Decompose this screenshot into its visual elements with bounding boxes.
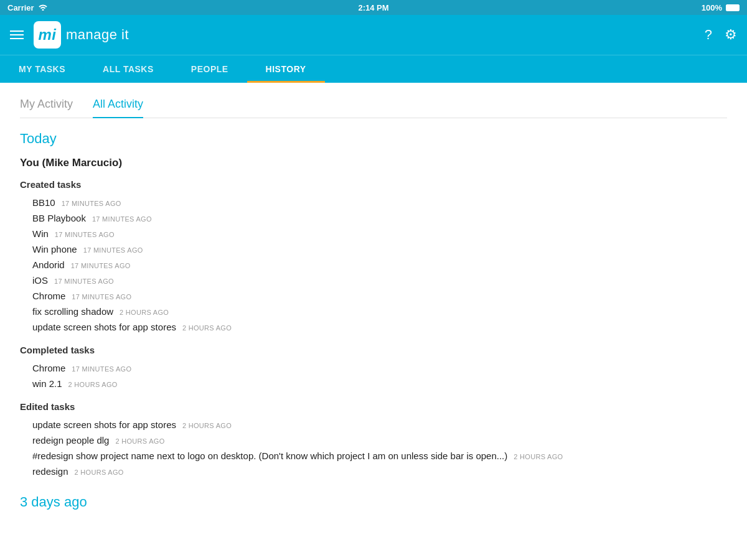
sub-tab-my-activity[interactable]: My Activity (20, 98, 73, 118)
battery-icon (726, 4, 740, 11)
battery-percent: 100% (702, 3, 722, 12)
task-time: 2 HOURS AGO (514, 453, 563, 460)
carrier-info: Carrier (7, 3, 48, 12)
nav-tab-all-tasks[interactable]: ALL TASKS (84, 55, 172, 83)
task-time: 2 HOURS AGO (182, 324, 232, 332)
task-time: 17 MINUTES AGO (72, 293, 131, 301)
group-heading: Completed tasks (20, 345, 727, 355)
header-right: ? ⚙ (705, 27, 737, 43)
task-name: Chrome (32, 291, 65, 301)
task-item[interactable]: Win17 MINUTES AGO (20, 226, 727, 241)
task-time: 2 HOURS AGO (120, 309, 169, 316)
next-section-label: 3 days ago (20, 494, 727, 510)
task-name: fix scrolling shadow (32, 306, 113, 317)
task-name: win 2.1 (32, 378, 62, 389)
help-icon[interactable]: ? (705, 27, 712, 43)
nav-tab-my-tasks[interactable]: MY TASKS (0, 55, 84, 83)
task-name: redeign people dlg (32, 435, 109, 446)
task-name: update screen shots for app stores (32, 322, 176, 332)
menu-button[interactable] (10, 30, 24, 39)
nav-tab-history[interactable]: HISTORY (247, 55, 325, 83)
task-time: 2 HOURS AGO (75, 469, 124, 476)
task-name: Win phone (32, 244, 77, 254)
task-name: Chrome (32, 363, 65, 373)
task-time: 17 MINUTES AGO (71, 262, 131, 269)
task-item[interactable]: redesign2 HOURS AGO (20, 464, 727, 479)
carrier-name: Carrier (7, 3, 34, 12)
app-logo: mi manage it (34, 21, 129, 49)
task-time: 2 HOURS AGO (68, 381, 118, 388)
header-left: mi manage it (10, 21, 129, 49)
task-item[interactable]: Chrome17 MINUTES AGO (20, 288, 727, 304)
task-name: redesign (32, 466, 68, 477)
task-item[interactable]: BB1017 MINUTES AGO (20, 195, 727, 210)
task-name: update screen shots for app stores (32, 419, 176, 430)
task-time: 17 MINUTES AGO (72, 365, 131, 373)
task-time: 17 MINUTES AGO (92, 215, 152, 223)
task-name: BB Playbook (32, 213, 86, 223)
status-bar: Carrier 2:14 PM 100% (0, 0, 747, 15)
task-item[interactable]: #redesign show project name next to logo… (20, 448, 727, 464)
app-header: mi manage it ? ⚙ (0, 15, 747, 55)
task-time: 17 MINUTES AGO (55, 231, 115, 238)
settings-icon[interactable]: ⚙ (725, 27, 737, 43)
logo-text: manage it (66, 27, 129, 43)
task-item[interactable]: Andorid17 MINUTES AGO (20, 257, 727, 273)
logo-mi-text: mi (38, 26, 56, 44)
task-name: iOS (32, 275, 48, 286)
task-item[interactable]: Chrome17 MINUTES AGO (20, 360, 727, 376)
nav-tab-people[interactable]: PEOPLE (172, 55, 247, 83)
task-name: Win (32, 228, 49, 239)
group-heading: Created tasks (20, 179, 727, 190)
task-time: 17 MINUTES AGO (54, 278, 114, 285)
task-item[interactable]: update screen shots for app stores2 HOUR… (20, 319, 727, 335)
task-time: 2 HOURS AGO (182, 422, 232, 429)
groups-container: Created tasksBB1017 MINUTES AGOBB Playbo… (20, 179, 727, 479)
task-item[interactable]: redeign people dlg2 HOURS AGO (20, 432, 727, 448)
nav-tabs: MY TASKS ALL TASKS PEOPLE HISTORY (0, 55, 747, 83)
task-item[interactable]: update screen shots for app stores2 HOUR… (20, 417, 727, 432)
task-time: 2 HOURS AGO (115, 437, 164, 445)
logo-icon: mi (34, 21, 61, 49)
today-section-title: Today (20, 131, 727, 147)
task-item[interactable]: iOS17 MINUTES AGO (20, 273, 727, 288)
status-time: 2:14 PM (358, 3, 388, 12)
task-name: Andorid (32, 259, 65, 270)
group-heading: Edited tasks (20, 401, 727, 412)
task-name: BB10 (32, 197, 55, 208)
wifi-icon (38, 3, 48, 12)
task-item[interactable]: BB Playbook17 MINUTES AGO (20, 210, 727, 226)
sub-tabs: My Activity All Activity (20, 98, 727, 118)
user-heading: You (Mike Marcucio) (20, 157, 727, 169)
task-item[interactable]: Win phone17 MINUTES AGO (20, 241, 727, 257)
task-name: #redesign show project name next to logo… (32, 450, 507, 461)
battery-info: 100% (702, 3, 740, 12)
sub-tab-all-activity[interactable]: All Activity (93, 98, 143, 118)
main-content: My Activity All Activity Today You (Mike… (0, 83, 747, 558)
task-item[interactable]: win 2.12 HOURS AGO (20, 376, 727, 391)
task-time: 17 MINUTES AGO (62, 200, 121, 207)
task-item[interactable]: fix scrolling shadow2 HOURS AGO (20, 304, 727, 319)
task-time: 17 MINUTES AGO (83, 246, 143, 254)
